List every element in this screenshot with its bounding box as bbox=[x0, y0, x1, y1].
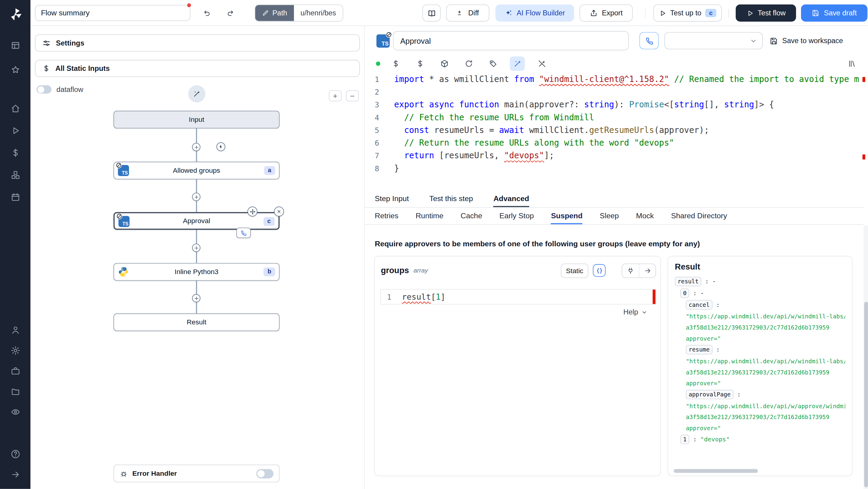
tab-test-this-step[interactable]: Test this step bbox=[430, 190, 473, 207]
node-result[interactable]: Result bbox=[114, 313, 280, 331]
sidebar-item-dollar[interactable] bbox=[0, 142, 30, 164]
result-string-line: "https://app.windmill.dev/api/w/windmill… bbox=[675, 356, 845, 367]
result-key[interactable]: approvalPage bbox=[686, 390, 734, 399]
step-name-input[interactable] bbox=[393, 31, 629, 50]
tab-step-input[interactable]: Step Input bbox=[375, 190, 409, 207]
result-key[interactable]: resume bbox=[686, 345, 712, 354]
sidebar-item-folder[interactable] bbox=[0, 381, 30, 402]
sidebar-item-star[interactable] bbox=[0, 58, 30, 82]
error-handler-row[interactable]: Error Handler bbox=[114, 465, 280, 482]
zoom-out-button[interactable] bbox=[346, 90, 359, 101]
subtab-sleep[interactable]: Sleep bbox=[600, 208, 619, 224]
horizontal-scrollbar[interactable] bbox=[674, 469, 758, 473]
sidebar-item-home[interactable] bbox=[0, 97, 30, 119]
connect-arrow-button[interactable] bbox=[639, 264, 655, 277]
code-line-4[interactable]: 4 // Fetch the resume URLs from Windmill bbox=[365, 111, 866, 124]
sidebar-item-eye[interactable] bbox=[0, 402, 30, 422]
scrollbar-thumb[interactable] bbox=[864, 302, 868, 487]
export-button[interactable]: Export bbox=[580, 4, 632, 22]
subtab-runtime[interactable]: Runtime bbox=[415, 208, 443, 224]
delete-node-button[interactable] bbox=[274, 207, 284, 216]
code-line-5[interactable]: 5 const resumeUrls = await wmillClient.g… bbox=[365, 124, 866, 136]
box-button[interactable] bbox=[437, 56, 452, 71]
code-line-2[interactable]: 2 bbox=[365, 86, 866, 99]
diff-button[interactable]: Diff bbox=[446, 4, 489, 22]
result-key[interactable]: 0 bbox=[680, 288, 689, 298]
dollar-button[interactable] bbox=[412, 56, 427, 71]
all-static-inputs-button[interactable]: All Static Inputs bbox=[35, 60, 360, 77]
sidebar-item-grid[interactable] bbox=[0, 33, 30, 58]
code-line-3[interactable]: 3export async function main(approver?: s… bbox=[365, 99, 866, 111]
vertical-scrollbar[interactable] bbox=[864, 225, 868, 489]
windmill-logo[interactable] bbox=[0, 4, 30, 24]
code-editor[interactable]: 1import * as wmillClient from "windmill-… bbox=[365, 73, 866, 190]
move-node-button[interactable] bbox=[247, 207, 257, 216]
static-toggle-button[interactable]: Static bbox=[561, 264, 589, 278]
add-trigger-button[interactable] bbox=[216, 142, 225, 151]
path-button[interactable]: Path bbox=[255, 5, 294, 21]
expression-toggle-button[interactable] bbox=[593, 264, 606, 277]
groups-expression-editor[interactable]: 1 result[1] bbox=[380, 289, 656, 305]
error-handler-toggle[interactable] bbox=[256, 469, 273, 478]
add-step-button[interactable] bbox=[192, 193, 200, 201]
tab-advanced[interactable]: Advanced bbox=[493, 190, 529, 207]
chevron-down-icon bbox=[749, 37, 757, 44]
save-draft-button[interactable]: Save draft bbox=[801, 4, 867, 22]
undo-button[interactable] bbox=[198, 5, 215, 21]
test-up-to-button[interactable]: Test up to c bbox=[653, 4, 722, 22]
help-toggle[interactable]: Help bbox=[623, 308, 647, 316]
add-step-button[interactable] bbox=[192, 244, 200, 252]
docs-button[interactable] bbox=[422, 4, 441, 22]
flow-summary-input[interactable] bbox=[35, 5, 190, 21]
test-flow-button[interactable]: Test flow bbox=[736, 4, 796, 22]
sidebar-item-calendar[interactable] bbox=[0, 186, 30, 208]
node-allowed-groups[interactable]: TS Allowed groups a bbox=[114, 161, 280, 179]
path-value[interactable]: u/henri/bes bbox=[294, 5, 343, 21]
field-name: groups bbox=[381, 265, 409, 275]
wand-off-button[interactable] bbox=[534, 56, 549, 71]
suspend-indicator-badge[interactable] bbox=[236, 227, 251, 238]
sidebar-item-play[interactable] bbox=[0, 120, 30, 142]
dollar-button[interactable] bbox=[388, 56, 403, 71]
plug-button[interactable] bbox=[622, 264, 639, 277]
node-inline-python3[interactable]: Inline Python3 b bbox=[114, 263, 280, 281]
node-input[interactable]: Input bbox=[114, 111, 280, 128]
step-id-badge: c bbox=[705, 9, 716, 17]
ai-wand-button[interactable] bbox=[188, 85, 205, 102]
sidebar-item-boxes[interactable] bbox=[0, 164, 30, 186]
sidebar-item-user[interactable] bbox=[0, 319, 30, 340]
code-line-7[interactable]: 7 return [resumeUrls, "devops"]; bbox=[365, 150, 866, 162]
step-template-select[interactable] bbox=[664, 32, 763, 50]
subtab-suspend[interactable]: Suspend bbox=[551, 208, 583, 224]
redo-button[interactable] bbox=[222, 5, 239, 21]
result-key[interactable]: result bbox=[675, 277, 701, 286]
save-to-workspace-button[interactable]: Save to workspace bbox=[770, 32, 843, 50]
library-button[interactable] bbox=[844, 56, 860, 71]
add-step-button[interactable] bbox=[192, 294, 200, 302]
add-step-button[interactable] bbox=[192, 143, 200, 151]
ai-flow-builder-button[interactable]: AI Flow Builder bbox=[495, 4, 574, 22]
sidebar-item-briefcase[interactable] bbox=[0, 361, 30, 381]
subtab-retries[interactable]: Retries bbox=[375, 208, 398, 224]
code-line-8[interactable]: 8} bbox=[365, 162, 866, 175]
result-value: - bbox=[701, 290, 704, 297]
sidebar-item-arrow-right[interactable] bbox=[0, 464, 30, 485]
result-key[interactable]: cancel bbox=[686, 300, 712, 310]
arrow-right-icon bbox=[644, 267, 651, 275]
sidebar-item-help[interactable] bbox=[0, 444, 30, 464]
zoom-in-button[interactable] bbox=[329, 90, 341, 101]
dataflow-toggle[interactable] bbox=[36, 85, 52, 94]
subtab-early-stop[interactable]: Early Stop bbox=[499, 208, 534, 224]
subtab-shared-directory[interactable]: Shared Directory bbox=[671, 208, 727, 224]
result-key[interactable]: 1 bbox=[680, 435, 689, 444]
suspend-phone-button[interactable] bbox=[639, 32, 658, 50]
refresh-button[interactable] bbox=[461, 56, 476, 71]
subtab-cache[interactable]: Cache bbox=[461, 208, 482, 224]
sidebar-item-gear[interactable] bbox=[0, 340, 30, 361]
tag-button[interactable] bbox=[486, 56, 501, 71]
wand-button[interactable] bbox=[510, 56, 525, 71]
code-line-1[interactable]: 1import * as wmillClient from "windmill-… bbox=[365, 73, 866, 86]
subtab-mock[interactable]: Mock bbox=[636, 208, 654, 224]
code-line-6[interactable]: 6 // Return the resume URLs along with t… bbox=[365, 137, 866, 150]
flow-settings-button[interactable]: Settings bbox=[35, 34, 360, 52]
